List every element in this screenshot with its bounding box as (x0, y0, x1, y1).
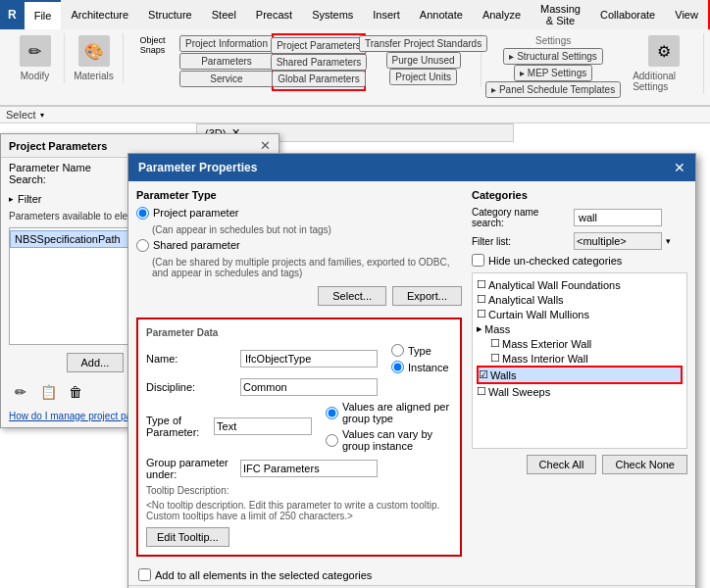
project-param-radio[interactable] (136, 207, 149, 220)
tab-precast[interactable]: Precast (246, 0, 302, 29)
main-area: (3D) ✕ Project Parameters ✕ Parameter Na… (0, 123, 710, 588)
tab-structure[interactable]: Structure (138, 0, 202, 29)
tree-check-walls[interactable]: ☑ (479, 368, 488, 381)
app-icon[interactable]: R (0, 0, 25, 29)
add-to-all-checkbox[interactable] (138, 568, 151, 581)
param-props-title-label: Parameter Properties (138, 161, 257, 174)
tab-architecture[interactable]: Architecture (61, 0, 138, 29)
shared-param-desc: (Can be shared by multiple projects and … (152, 257, 462, 278)
cat-filter-row: Filter list: <multiple> ▾ (472, 232, 687, 250)
edit-icon[interactable]: ✏ (9, 380, 32, 404)
hide-unchecked-checkbox[interactable] (472, 254, 484, 267)
tooltip-text: <No tooltip description. Edit this param… (146, 498, 452, 523)
tree-item-mass[interactable]: ▸ Mass (477, 321, 683, 336)
ribbon-tabs: R File Architecture Structure Steel Prec… (0, 0, 710, 29)
name-label: Name: (146, 353, 234, 365)
tree-label-mass-ext: Mass Exterior Wall (502, 338, 591, 350)
tree-check-1[interactable]: ☐ (477, 293, 486, 306)
tree-label-wall-sweeps: Wall Sweeps (488, 386, 550, 398)
param-data-title: Parameter Data (146, 327, 452, 338)
tree-label-2: Curtain Wall Mullions (488, 309, 589, 320)
type-instance-radios: Type Instance (391, 344, 449, 373)
structural-settings-btn[interactable]: ▸ Structural Settings (503, 48, 603, 65)
ribbon-group-transfer: Transfer Project Standards Purge Unused … (366, 33, 482, 87)
group-select[interactable]: IFC Parameters (240, 460, 378, 477)
project-param-label: Project parameter (153, 207, 238, 219)
select-btn[interactable]: Select... (318, 286, 386, 306)
tree-check-mass-ext[interactable]: ☐ (490, 337, 500, 350)
select-button[interactable]: Select (6, 109, 36, 121)
tab-analyze[interactable]: Analyze (473, 0, 531, 29)
values-aligned-radio[interactable] (326, 407, 338, 419)
delete-icon[interactable]: 🗑 (64, 380, 87, 404)
tree-item-walls[interactable]: ☑ Walls (477, 366, 683, 384)
project-parameters-btn[interactable]: Project Parameters (271, 37, 367, 54)
param-data-box: Parameter Data Name: Type Ins (136, 318, 462, 557)
name-input[interactable] (240, 350, 378, 368)
purge-btn[interactable]: Purge Unused (386, 52, 461, 69)
tree-label-1: Analytical Walls (488, 294, 564, 306)
units-btn[interactable]: Project Units (389, 69, 457, 85)
tree-check-0[interactable]: ☐ (477, 278, 486, 291)
project-params-title: Project Parameters (9, 140, 107, 152)
parameters-btn[interactable]: Parameters (179, 53, 274, 70)
tree-label-walls: Walls (490, 369, 516, 381)
tree-item-mass-int-wall[interactable]: ☐ Mass Interior Wall (477, 351, 683, 366)
ribbon-group-modify: ✏ Modify (6, 33, 65, 83)
instance-radio[interactable] (391, 361, 404, 373)
ribbon-group-project: Project Information Parameters Service (182, 33, 272, 89)
ribbon-group-snaps: Object Snaps (124, 33, 182, 57)
tab-view[interactable]: View (665, 0, 708, 29)
type-radio[interactable] (391, 344, 404, 357)
tab-insert[interactable]: Insert (363, 0, 410, 29)
tree-expand-mass[interactable]: ▸ (477, 322, 482, 335)
param-props-close-btn[interactable]: ✕ (674, 160, 685, 175)
type-radio-label: Type (408, 345, 431, 357)
cat-filter-select[interactable]: <multiple> (574, 232, 662, 250)
tree-label-mass-int: Mass Interior Wall (502, 353, 588, 365)
tree-item-curtain-wall-mullions[interactable]: ☐ Curtain Wall Mullions (477, 307, 683, 321)
param-props-body: Parameter Type Project parameter (Can ap… (128, 181, 695, 564)
tree-item-mass-ext-wall[interactable]: ☐ Mass Exterior Wall (477, 336, 683, 351)
check-all-btn[interactable]: Check All (527, 455, 597, 474)
service-btn[interactable]: Service (179, 71, 274, 87)
transfer-btn[interactable]: Transfer Project Standards (359, 35, 487, 52)
param-type-radios: Project parameter (Can appear in schedul… (136, 207, 462, 278)
ribbon-group-additional: ⚙ Additional Settings (625, 33, 704, 94)
project-information-btn[interactable]: Project Information (179, 35, 274, 52)
filter-expand-arrow[interactable]: ▸ (9, 194, 14, 204)
add-param-btn[interactable]: Add... (67, 353, 125, 372)
tab-annotate[interactable]: Annotate (410, 0, 473, 29)
shared-param-radio[interactable] (136, 239, 149, 252)
tree-item-analytical-wall-found[interactable]: ☐ Analytical Wall Foundations (477, 277, 683, 292)
type-param-select[interactable]: Text (214, 417, 312, 435)
tab-systems[interactable]: Systems (302, 0, 363, 29)
tree-label-0: Analytical Wall Foundations (488, 279, 621, 291)
discipline-select[interactable]: Common (240, 378, 378, 396)
tree-check-wall-sweeps[interactable]: ☐ (477, 385, 486, 398)
global-parameters-btn[interactable]: Global Parameters (272, 71, 365, 87)
mep-settings-btn[interactable]: ▸ MEP Settings (514, 65, 592, 81)
tree-item-analytical-walls[interactable]: ☐ Analytical Walls (477, 292, 683, 307)
tab-massing[interactable]: Massing & Site (531, 0, 590, 29)
tree-check-2[interactable]: ☐ (477, 308, 486, 320)
cat-search-input[interactable] (574, 209, 662, 226)
shared-parameters-btn[interactable]: Shared Parameters (271, 54, 368, 71)
add-to-all-label: Add to all elements in the selected cate… (155, 569, 372, 581)
project-params-close-btn[interactable]: ✕ (260, 138, 271, 153)
tree-check-mass-int[interactable]: ☐ (490, 352, 500, 365)
values-vary-radio[interactable] (326, 434, 338, 447)
type-radio-item: Type (391, 344, 449, 357)
copy-icon[interactable]: 📋 (36, 380, 60, 404)
tab-file[interactable]: File (25, 0, 62, 29)
export-btn[interactable]: Export... (392, 286, 462, 306)
type-param-row: Type of Parameter: Text Values are align… (146, 401, 452, 452)
select-dropdown-arrow[interactable]: ▾ (40, 111, 44, 120)
tree-item-wall-sweeps[interactable]: ☐ Wall Sweeps (477, 384, 683, 399)
ribbon: R File Architecture Structure Steel Prec… (0, 0, 710, 107)
tab-steel[interactable]: Steel (202, 0, 246, 29)
check-none-btn[interactable]: Check None (602, 455, 687, 474)
tab-collaborate[interactable]: Collaborate (590, 0, 665, 29)
edit-tooltip-btn[interactable]: Edit Tooltip... (146, 527, 229, 547)
panel-schedule-btn[interactable]: ▸ Panel Schedule Templates (485, 81, 621, 98)
